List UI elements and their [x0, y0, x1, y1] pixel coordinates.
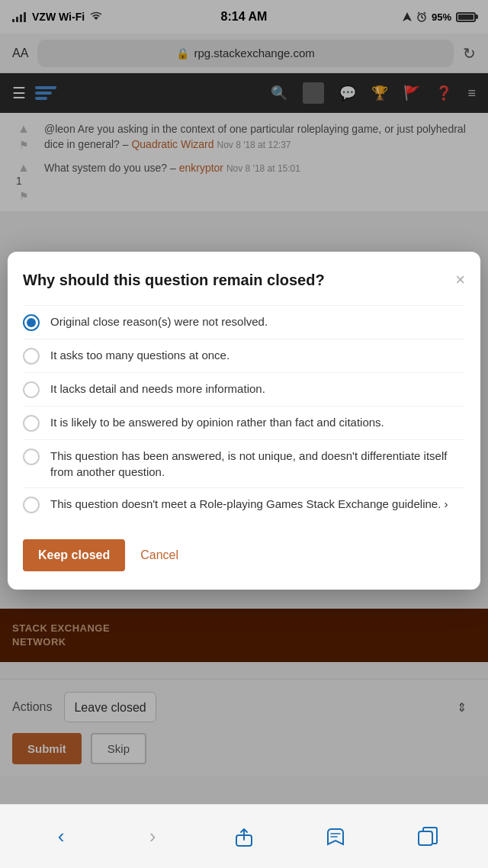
bookmarks-button[interactable] [316, 818, 355, 856]
radio-label-5: This question has been answered, is not … [50, 448, 465, 480]
keep-closed-button[interactable]: Keep closed [23, 539, 125, 571]
modal-dialog: Why should this question remain closed? … [8, 252, 480, 590]
radio-label-4: It is likely to be answered by opinion r… [50, 414, 384, 430]
radio-label-3: It lacks detail and needs more informati… [50, 381, 265, 397]
back-button[interactable]: ‹ [42, 818, 80, 856]
modal-title: Why should this question remain closed? [23, 270, 455, 290]
safari-bottom-bar: ‹ › [0, 804, 488, 868]
radio-option-5[interactable]: This question has been answered, is not … [23, 439, 465, 487]
radio-circle-2[interactable] [23, 348, 40, 365]
tabs-button[interactable] [408, 818, 446, 856]
bookmarks-icon [325, 826, 346, 847]
radio-option-3[interactable]: It lacks detail and needs more informati… [23, 372, 465, 406]
back-icon: ‹ [58, 825, 65, 848]
svg-rect-8 [419, 831, 432, 845]
radio-option-1[interactable]: Original close reason(s) were not resolv… [23, 305, 465, 339]
radio-label-6: This question doesn't meet a Role-playin… [50, 496, 448, 512]
tabs-icon [416, 826, 438, 847]
radio-option-4[interactable]: It is likely to be answered by opinion r… [23, 406, 465, 439]
cancel-button[interactable]: Cancel [140, 548, 178, 562]
modal-close-button[interactable]: × [455, 272, 465, 288]
radio-circle-5[interactable] [23, 448, 40, 465]
forward-button[interactable]: › [133, 818, 172, 856]
radio-option-2[interactable]: It asks too many questions at once. [23, 339, 465, 372]
radio-option-6[interactable]: This question doesn't meet a Role-playin… [23, 487, 465, 521]
modal-header: Why should this question remain closed? … [23, 270, 465, 290]
radio-circle-1[interactable] [23, 314, 40, 331]
modal-actions: Keep closed Cancel [23, 536, 465, 571]
share-icon [233, 826, 255, 847]
radio-circle-4[interactable] [23, 415, 40, 432]
forward-icon: › [149, 825, 156, 848]
radio-label-2: It asks too many questions at once. [50, 347, 230, 363]
share-button[interactable] [225, 818, 263, 856]
radio-circle-6[interactable] [23, 497, 40, 513]
radio-circle-3[interactable] [23, 381, 40, 398]
radio-label-1: Original close reason(s) were not resolv… [50, 313, 268, 330]
